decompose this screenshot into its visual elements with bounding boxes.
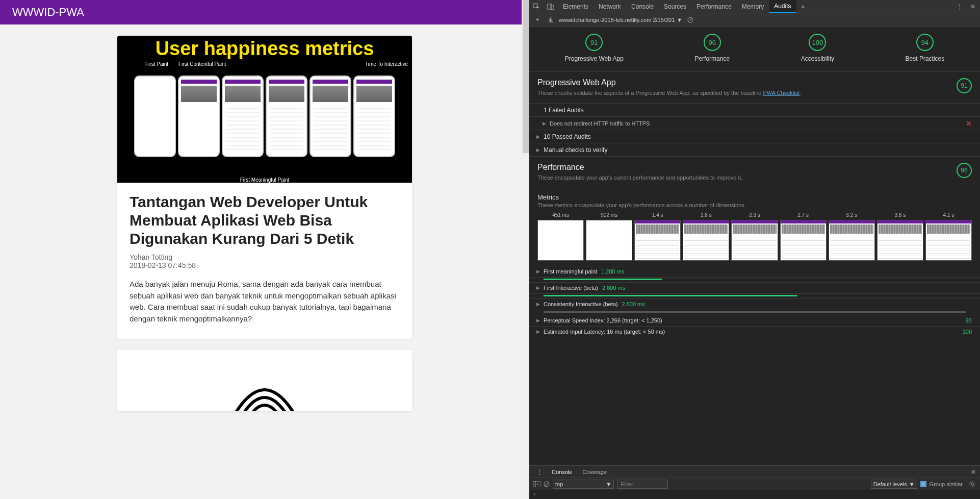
svg-line-15 — [974, 486, 974, 486]
chevron-right-icon: ▶ — [536, 285, 540, 290]
clear-audit-icon[interactable] — [685, 13, 695, 27]
filmstrip-frame[interactable] — [780, 220, 827, 261]
svg-line-16 — [970, 486, 971, 486]
hero-title: User happiness metrics — [117, 36, 412, 60]
audit-failed-header[interactable]: 1 Failed Audits — [529, 103, 980, 116]
metric-eil-score: 100 — [963, 329, 972, 335]
tab-memory[interactable]: Memory — [737, 0, 769, 13]
filmstrip-time-6: 3.2 s — [829, 212, 875, 218]
scrollbar-thumb[interactable] — [523, 0, 529, 153]
score-label-accessibility: Accessibility — [801, 55, 834, 62]
clear-console-icon[interactable] — [544, 481, 550, 487]
drawer-tab-coverage[interactable]: Coverage — [578, 469, 611, 475]
filmstrip-timestamps: 451 ms 902 ms 1.4 s 1.8 s 2.3 s 2.7 s 3.… — [529, 211, 980, 218]
score-label-pwa: Progressive Web App — [565, 55, 624, 62]
audits-report[interactable]: 91 Progressive Web App 96 Performance 10… — [529, 27, 980, 465]
filmstrip-frame[interactable] — [537, 220, 584, 261]
metric-fmp-value: 1,280 ms — [601, 268, 624, 275]
console-prompt[interactable]: › — [529, 490, 980, 499]
chevron-right-icon: ▶ — [536, 302, 540, 307]
score-performance[interactable]: 96 Performance — [694, 34, 730, 62]
console-filter-input[interactable] — [617, 480, 668, 489]
app-title: WWWID-PWA — [12, 6, 84, 19]
article-excerpt: Ada banyak jalan menuju Roma, sama denga… — [130, 279, 400, 325]
group-similar-checkbox[interactable]: ✓ — [920, 481, 926, 487]
filmstrip-frame[interactable] — [829, 220, 875, 261]
drawer-tab-console[interactable]: Console — [548, 469, 576, 475]
filmstrip-frame[interactable] — [683, 220, 729, 261]
metric-first-interactive[interactable]: ▶ First Interactive (beta) 2,800 ms — [529, 282, 980, 293]
page-scrollbar[interactable] — [522, 0, 529, 499]
drawer-close-icon[interactable]: ✕ — [971, 468, 976, 476]
filmstrip-time-2: 1.4 s — [634, 212, 681, 218]
pwa-checklist-link[interactable]: PWA Checklist — [763, 90, 800, 96]
drawer-menu-icon[interactable]: ⋮ — [533, 468, 546, 476]
phone-frame-fcp — [222, 76, 264, 157]
metric-psi-score: 90 — [966, 317, 972, 323]
metric-ci-label: Consistently Interactive (beta) — [544, 301, 618, 307]
filmstrip-frame[interactable] — [634, 220, 681, 261]
device-toolbar-icon[interactable] — [544, 0, 558, 13]
metric-psi[interactable]: ▶ Perceptual Speed Index: 2,266 (target:… — [529, 315, 980, 326]
tab-audits[interactable]: Audits — [769, 0, 796, 13]
score-accessibility[interactable]: 100 Accessibility — [801, 34, 834, 62]
console-levels: Default levels ▼ ✓ Group similar — [871, 480, 976, 489]
audit-passed-header[interactable]: ▶ 10 Passed Audits — [529, 130, 980, 143]
svg-point-9 — [971, 483, 973, 485]
article-feed: User happiness metrics First Paint First… — [0, 24, 529, 432]
filmstrip-frame[interactable] — [925, 220, 972, 261]
tab-performance[interactable]: Performance — [691, 0, 737, 13]
console-settings-icon[interactable] — [969, 481, 976, 488]
score-circle-accessibility: 100 — [809, 34, 826, 51]
article-card-2[interactable] — [117, 350, 412, 411]
chevron-down-icon: ▼ — [606, 481, 611, 487]
metric-eil[interactable]: ▶ Estimated Input Latency: 16 ms (target… — [529, 326, 980, 337]
metric-consistently-interactive[interactable]: ▶ Consistently Interactive (beta) 2,800 … — [529, 298, 980, 310]
chevron-right-icon: ▶ — [536, 318, 540, 323]
inspect-element-icon[interactable] — [529, 0, 544, 13]
filmstrip-frame[interactable] — [586, 220, 632, 261]
section-performance: Performance These encapsulate your app's… — [529, 156, 980, 188]
tab-console[interactable]: Console — [626, 0, 659, 13]
tab-network[interactable]: Network — [594, 0, 626, 13]
log-levels-label: Default levels — [873, 481, 907, 487]
filmstrip-time-1: 902 ms — [586, 212, 632, 218]
chevron-right-icon: ▶ — [536, 134, 540, 139]
svg-rect-1 — [548, 4, 552, 9]
log-levels-selector[interactable]: Default levels ▼ — [871, 480, 917, 489]
audit-manual-header[interactable]: ▶ Manual checks to verify — [529, 143, 980, 156]
hero-phone-row — [117, 76, 412, 157]
tab-sources[interactable]: Sources — [659, 0, 691, 13]
console-drawer: ⋮ Console Coverage ✕ top ▼ Default level… — [529, 465, 980, 490]
metric-eil-label: Estimated Input Latency: 16 ms (target: … — [544, 329, 665, 335]
devtools-close-icon[interactable]: ✕ — [966, 0, 980, 13]
metric-fmp[interactable]: ▶ First meaningful paint 1,280 ms — [529, 266, 980, 277]
phone-frame-fp — [178, 76, 220, 157]
score-circle-performance: 96 — [704, 34, 721, 51]
article-body: Tantangan Web Developer Untuk Membuat Ap… — [117, 183, 412, 339]
web-page-pane: WWWID-PWA User happiness metrics First P… — [0, 0, 529, 499]
section-pwa-title: Progressive Web App — [537, 78, 972, 87]
section-perf-desc: These encapsulate your app's current per… — [537, 174, 972, 182]
tab-elements[interactable]: Elements — [558, 0, 594, 13]
metric-fmp-label: First meaningful paint — [544, 268, 597, 275]
audit-url-selector[interactable]: wwwidchallenge-2018-feb.netlify.com 2/15… — [559, 17, 682, 23]
download-report-icon[interactable] — [546, 13, 556, 27]
article-card[interactable]: User happiness metrics First Paint First… — [117, 36, 412, 339]
tabs-overflow-icon[interactable]: » — [796, 0, 810, 13]
score-pwa[interactable]: 91 Progressive Web App — [565, 34, 624, 62]
drawer-tab-bar: ⋮ Console Coverage ✕ — [529, 466, 980, 478]
hero-label-first-contentful-paint: First Contentful Paint — [178, 61, 226, 67]
filmstrip-frame[interactable] — [731, 220, 778, 261]
console-context-selector[interactable]: top ▼ — [553, 480, 614, 489]
devtools-panel: Elements Network Console Sources Perform… — [529, 0, 980, 499]
chevron-down-icon: ▼ — [677, 17, 682, 23]
score-best-practices[interactable]: 94 Best Practices — [906, 34, 945, 62]
console-sidebar-icon[interactable] — [533, 481, 540, 487]
devtools-menu-icon[interactable]: ⋮ — [953, 3, 966, 10]
metrics-header: Metrics These metrics encapsulate your a… — [529, 188, 980, 211]
audit-fail-https-redirect[interactable]: ▶ Does not redirect HTTP traffic to HTTP… — [529, 116, 980, 130]
audit-url-text: wwwidchallenge-2018-feb.netlify.com 2/15… — [559, 17, 675, 23]
filmstrip-frame[interactable] — [877, 220, 923, 261]
new-audit-icon[interactable]: + — [532, 13, 543, 27]
